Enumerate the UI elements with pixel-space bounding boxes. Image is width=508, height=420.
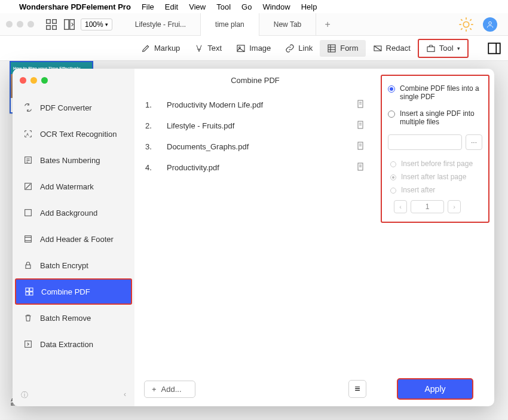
page-icon <box>356 141 365 152</box>
hamburger-icon: ≡ <box>354 384 360 394</box>
svg-rect-34 <box>25 210 32 216</box>
svg-line-13 <box>461 28 462 29</box>
page-icon <box>356 120 365 131</box>
dialog-title: Combine PDF <box>134 69 376 92</box>
menu-tool[interactable]: Tool <box>216 2 231 11</box>
sidebar-item-bates[interactable]: Bates Numbering <box>13 147 134 173</box>
svg-rect-4 <box>65 19 69 29</box>
window-traffic-lights[interactable] <box>6 21 34 27</box>
add-file-button[interactable]: +Add... <box>144 381 195 398</box>
apply-button[interactable]: Apply <box>397 378 473 400</box>
app-toolbar: 100%▾ Lifestyle - Frui... time plan New … <box>0 13 508 36</box>
collapse-icon[interactable]: ‹ <box>124 390 126 400</box>
svg-text:A: A <box>26 133 29 136</box>
text-icon <box>194 44 204 53</box>
stepper-value[interactable]: 1 <box>411 200 444 213</box>
image-button[interactable]: Image <box>229 40 278 57</box>
form-icon <box>327 44 336 53</box>
theme-icon[interactable] <box>458 16 475 33</box>
panel-toggle-icon[interactable] <box>486 41 502 56</box>
option-combine[interactable]: Combine PDF files into a single PDF <box>388 84 482 101</box>
svg-rect-18 <box>328 45 335 52</box>
add-tab-button[interactable]: + <box>316 13 339 36</box>
info-icon[interactable]: ⓘ <box>21 390 28 400</box>
file-list: 1.Productivity Modern Life.pdf 2.Lifesty… <box>134 92 376 374</box>
sidebar-item-pdf-converter[interactable]: PDF Converter <box>13 94 134 121</box>
thumbnail-view-icon[interactable] <box>45 18 58 31</box>
options-panel: Combine PDF files into a single PDF Inse… <box>376 69 494 406</box>
page-icon <box>356 99 365 111</box>
file-row[interactable]: 1.Productivity Modern Life.pdf <box>145 94 365 115</box>
svg-point-15 <box>489 22 492 24</box>
tab-lifestyle[interactable]: Lifestyle - Frui... <box>121 13 201 36</box>
svg-line-23 <box>374 46 381 51</box>
header-footer-icon <box>23 234 33 244</box>
svg-rect-41 <box>26 292 29 295</box>
list-menu-button[interactable]: ≡ <box>348 380 366 398</box>
browse-button[interactable]: ··· <box>466 134 482 150</box>
menu-help[interactable]: Help <box>301 2 317 11</box>
markup-button[interactable]: Markup <box>134 40 187 57</box>
menu-file[interactable]: File <box>142 2 154 11</box>
page-stepper: ‹ 1 › <box>388 200 482 213</box>
tool-button[interactable]: Tool▾ <box>418 39 469 58</box>
svg-line-12 <box>470 28 471 29</box>
tab-new[interactable]: New Tab <box>259 13 316 36</box>
file-row[interactable]: 2.Lifestyle - Fruits.pdf <box>145 115 365 136</box>
sidebar-item-watermark[interactable]: Add Watermark <box>13 173 134 200</box>
file-row[interactable]: 4.Productivity.pdf <box>145 157 365 178</box>
svg-rect-39 <box>26 288 29 291</box>
tab-time-plan[interactable]: time plan <box>201 13 259 36</box>
text-button[interactable]: Text <box>187 40 229 57</box>
stepper-prev[interactable]: ‹ <box>394 200 407 213</box>
sidebar-item-background[interactable]: Add Background <box>13 200 134 226</box>
sidebar-item-encrypt[interactable]: Batch Encrypt <box>13 252 134 278</box>
svg-line-14 <box>470 19 471 20</box>
sidebar-item-ocr[interactable]: AOCR Text Recognition <box>13 121 134 147</box>
option-insert-before: Insert before first page <box>388 157 482 170</box>
option-insert-after-last: Insert after last page <box>388 170 482 183</box>
sidebar-item-combine-pdf[interactable]: Combine PDF <box>15 278 132 305</box>
chevron-down-icon: ▾ <box>105 22 108 27</box>
sidebar-item-header-footer[interactable]: Add Header & Footer <box>13 226 134 252</box>
app-name[interactable]: Wondershare PDFelement Pro <box>19 2 131 11</box>
svg-rect-35 <box>25 236 32 243</box>
form-button[interactable]: Form <box>320 40 365 57</box>
insert-file-input[interactable] <box>388 134 462 150</box>
menu-edit[interactable]: Edit <box>165 2 178 11</box>
converter-icon <box>23 103 33 112</box>
chevron-down-icon: ▾ <box>457 45 460 51</box>
svg-line-11 <box>461 19 462 20</box>
menu-go[interactable]: Go <box>241 2 252 11</box>
link-button[interactable]: Link <box>278 40 320 57</box>
bates-icon <box>23 155 33 165</box>
plus-icon: + <box>152 385 157 394</box>
redact-button[interactable]: Redact <box>366 40 418 57</box>
svg-rect-38 <box>26 265 30 268</box>
svg-rect-1 <box>53 19 56 23</box>
sidebar-item-batch-remove[interactable]: Batch Remove <box>13 305 134 331</box>
system-menubar: Wondershare PDFelement Pro File Edit Vie… <box>0 0 508 13</box>
option-insert-after: Insert after <box>388 183 482 197</box>
dialog-main: Combine PDF 1.Productivity Modern Life.p… <box>134 69 376 406</box>
stepper-next[interactable]: › <box>448 200 461 213</box>
user-avatar[interactable] <box>483 17 497 32</box>
menu-window[interactable]: Window <box>262 2 290 11</box>
redact-icon <box>373 44 382 53</box>
option-insert[interactable]: Insert a single PDF into multiple files <box>388 109 482 126</box>
file-row[interactable]: 3.Documents_Graphs.pdf <box>145 136 365 157</box>
menu-view[interactable]: View <box>189 2 206 11</box>
zoom-dropdown[interactable]: 100%▾ <box>81 19 112 30</box>
options-box: Combine PDF files into a single PDF Inse… <box>381 75 489 223</box>
radio-icon <box>388 85 395 93</box>
svg-rect-24 <box>427 47 434 51</box>
svg-rect-43 <box>25 341 32 348</box>
link-icon <box>285 44 295 53</box>
radio-icon <box>388 111 395 118</box>
sidebar-item-data-extraction[interactable]: Data Extraction <box>13 331 134 357</box>
combine-pdf-dialog: PDF Converter AOCR Text Recognition Bate… <box>13 69 494 406</box>
dialog-traffic-lights[interactable] <box>13 75 134 94</box>
watermark-icon <box>23 182 33 191</box>
layout-view-icon[interactable] <box>63 18 76 31</box>
image-icon <box>236 44 246 53</box>
